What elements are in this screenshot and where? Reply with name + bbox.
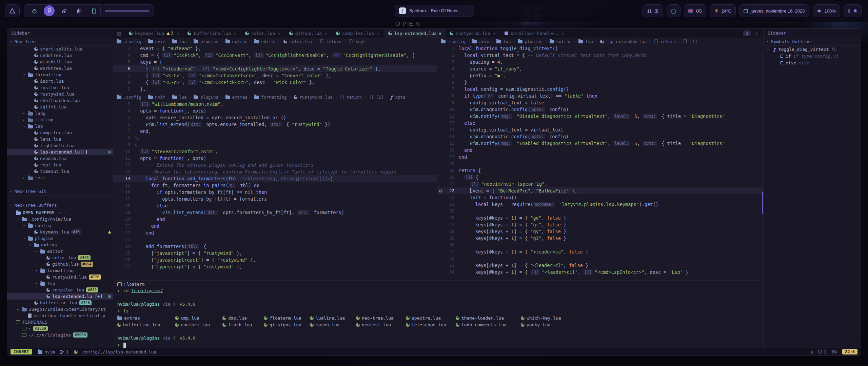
pane-lsp-extended-lua[interactable]: .config›nvim›lua›plugins›extras›lsp›lsp-… [437,38,764,280]
code-area[interactable]: 1local function toggle_diag_virtext()2 l… [437,45,764,276]
listing-entry[interactable]: dap.lua [222,314,264,321]
buffer-item[interactable]: ▾config [7,222,113,229]
buffer-item[interactable]: ▸Juegos/Indies/SteamLibrary/st [7,306,113,312]
tree-item[interactable]: undotree.lua [7,52,113,59]
tree-item[interactable]: sqlfmt.lua [7,104,113,110]
listing-entry[interactable]: mason.lua [310,321,356,328]
toggle-button[interactable]: ◯ [667,4,681,17]
close-icon[interactable]: × [278,31,281,36]
outline-item[interactable]: ▾ƒtoggle_diag_virtextfu [764,46,861,53]
tab-page-1[interactable]: 1 [743,30,751,36]
listing-entry[interactable]: spectre.lua [406,314,456,321]
buffer-item[interactable]: keymaps.lua#10 [7,229,113,235]
tree-item[interactable]: lsp-extended.lu[+]⚙ [7,149,113,155]
buffer-item[interactable]: ▾.config/nvim/lua [7,216,113,222]
tree-item[interactable]: rustfmt.lua [7,84,113,91]
file-button[interactable] [88,5,99,16]
tree-item[interactable]: shellharden.lua [7,97,113,104]
tab-page-2[interactable]: 2 [753,30,760,36]
notifications-widget[interactable]: 9 [844,4,862,17]
tree-item[interactable]: repl.lua [7,162,113,168]
buffer-item[interactable]: ~#2859 [7,325,113,332]
listing-entry[interactable]: floaterm.lua [264,314,310,321]
listing-entry[interactable]: flash.lua [222,321,264,328]
tree-item[interactable]: lens.lua [7,136,113,142]
keyboard-layout-widget[interactable]: US [684,4,706,17]
close-icon[interactable]: × [493,31,496,36]
listing-entry[interactable]: which-key.lua [521,314,764,321]
tree-item[interactable]: ▸test [7,175,113,181]
media-player-widget[interactable]: ♪ Spiritbox - Rule Of Nines [395,5,474,17]
tab-github-lua[interactable]: github.lua× [285,29,332,38]
pin-button[interactable] [44,5,55,16]
listing-entry[interactable]: extras [117,314,175,321]
date-widget[interactable]: jueves, noviembre 16, 2023 [739,4,809,17]
code-area[interactable]: 3 [1]"williamboman/mason.nvim",4 opts = … [113,101,437,270]
buffer-item[interactable]: rustywind.lua#726 [7,274,113,280]
launcher-button[interactable] [5,4,20,17]
listing-entry[interactable]: telescope.lua [406,321,456,328]
neotree-section-header[interactable]: ▾ Neo-Tree [7,38,113,46]
listing-entry[interactable]: theme-loader.lua [456,314,521,321]
listing-entry[interactable]: lualine.lua [310,314,356,321]
tab-rustywind-lua[interactable]: rustywind.lua× [446,29,500,38]
buffer-list-icon[interactable]: ▤ [113,29,125,38]
buffer-item[interactable]: lsp-extended.lu [+]⚙ [7,293,113,300]
tree-item[interactable]: ▸linting [7,117,113,123]
listing-entry[interactable]: gitsigns.lua [264,321,310,328]
listing-entry[interactable]: conform.lua [175,321,222,328]
buffer-item[interactable]: OPEN BUFFERSin ~ [7,209,113,216]
tab-keymaps-lua[interactable]: keymaps.lua3× [125,29,183,38]
buffer-item[interactable]: scrollbar-handle-vertical.p [7,312,113,319]
tab-bufferline-lua[interactable]: bufferline.lua× [183,29,241,38]
link-button[interactable] [59,5,70,16]
listing-entry[interactable]: neotest.lua [356,321,406,328]
buffer-item[interactable]: ▾lsp [7,280,113,287]
buffer-item[interactable]: TERMINALS [7,319,113,325]
tab-color-lua[interactable]: color.lua× [241,29,285,38]
tree-item[interactable]: rustywind.lua [7,91,113,97]
buffer-item[interactable]: ▾extras [7,242,113,248]
symbols-outline-header[interactable]: ▾ Symbols Outline [764,38,861,46]
buffer-item[interactable]: ▾plugins [7,235,113,242]
launcher-input[interactable] [100,4,154,17]
listing-entry[interactable]: bufferline.lua [117,321,175,328]
updates-widget[interactable]: 11 ⊞ [643,4,663,17]
tree-item[interactable]: compiler.lua [7,129,113,136]
buffer-item[interactable]: github.lua#654 [7,261,113,267]
buffer-item[interactable]: bufferline.lua#328 [7,300,113,306]
neotree-buffers-section-header[interactable]: ▾ Neo-Tree Buffers [7,202,113,209]
floaterm-panel[interactable]: Floaterm › cd lua/plugins/ nvim/lua/plug… [113,280,764,348]
pane-rustywind-lua[interactable]: .config›nvim›lua›plugins›extras›formatti… [113,93,437,280]
listing-entry[interactable]: cmp.lua [175,314,222,321]
listing-entry[interactable]: todo-comments.lua [456,321,521,328]
pane-color-lua[interactable]: .config›nvim›lua›plugins›extras›editor›c… [113,38,437,93]
buffer-item[interactable]: ▾formatting [7,267,113,274]
listing-entry[interactable]: yanky.lua [521,321,764,328]
volume-widget[interactable]: 100% [813,4,840,17]
tree-item[interactable]: timeout.lua [7,168,113,175]
close-icon[interactable]: × [176,31,179,36]
close-icon[interactable]: × [377,31,380,36]
tree-item[interactable]: lightbulb.lua [7,142,113,149]
tab-compiler-lua[interactable]: compiler.lua× [332,29,384,38]
tree-item[interactable]: ▸lang [7,110,113,117]
listing-entry[interactable]: neo-tree.lua [356,314,406,321]
tab-lsp-extended-lua[interactable]: lsp-extended.lua● [384,29,446,38]
tree-item[interactable]: ▾lsp [7,123,113,129]
buffer-item[interactable]: ▾editor [7,248,113,255]
buffer-item[interactable]: ~/.c/n/l/plugins#3980 [7,332,113,338]
tab-scrollbar-handle-[interactable]: scrollbar-handle-…× [500,29,569,38]
buffer-item[interactable]: compiler.lua#682 [7,287,113,293]
power-button[interactable] [29,5,40,16]
tree-item[interactable]: winshift.lua [7,59,113,65]
terminal-output[interactable]: › cd lua/plugins/ nvim/lua/plugins via ☾… [113,287,764,348]
neotree-git-section-header[interactable]: ▾ Neo-Tree Git [7,188,113,196]
close-icon[interactable]: × [325,31,328,36]
buffer-item[interactable]: color.lua#493 [7,255,113,261]
tree-item[interactable]: isort.lua [7,78,113,84]
close-icon[interactable]: × [234,31,237,36]
tree-item[interactable]: neodim.lua [7,155,113,162]
tree-item[interactable]: smart-splits.lua [7,46,113,52]
copy-button[interactable] [74,5,84,16]
